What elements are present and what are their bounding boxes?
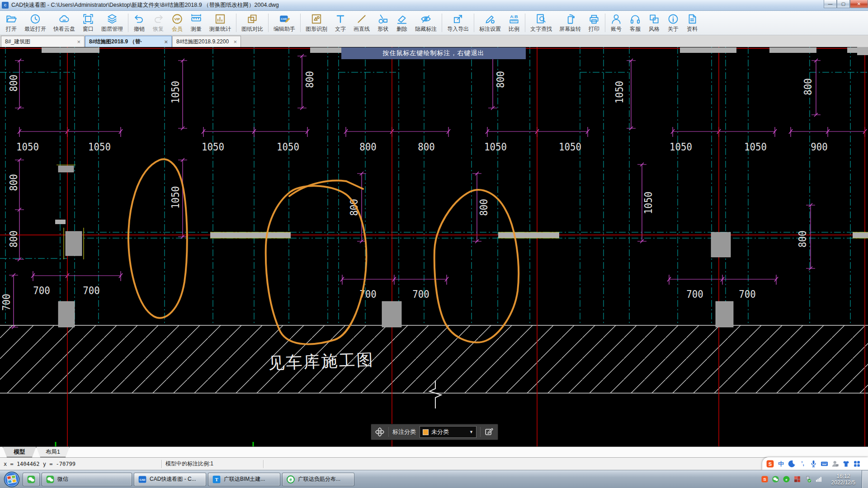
divider bbox=[388, 427, 389, 437]
toolbar-redo[interactable]: 恢复 bbox=[149, 11, 168, 35]
taskbar-button-gld-t[interactable]: T广联达BIM土建... bbox=[208, 473, 280, 486]
text-T-icon bbox=[335, 13, 346, 25]
taskbar-button-gld-e[interactable]: e广联达负筋分布... bbox=[282, 473, 354, 486]
cad-icon: CAD bbox=[138, 475, 147, 484]
toolbar-label: 恢复 bbox=[153, 25, 164, 33]
start-button[interactable] bbox=[4, 471, 20, 488]
toolbar-label: 会员 bbox=[172, 25, 183, 33]
ime-moon-icon[interactable] bbox=[788, 460, 796, 468]
ime-sogou-s-icon[interactable]: S bbox=[766, 460, 774, 468]
toolbar-separator bbox=[474, 14, 474, 32]
toolbar-layers[interactable]: 图层管理 bbox=[98, 11, 127, 35]
toolbar-shape-recognize[interactable]: 图形识别 bbox=[302, 11, 331, 35]
taskbar-button-label: 微信 bbox=[57, 475, 68, 483]
cursor-coordinates: x = 1404462 y = -70799 bbox=[4, 461, 75, 467]
show-desktop-button[interactable] bbox=[862, 470, 868, 488]
drawing-tab-1[interactable]: 8#_建筑图× bbox=[1, 36, 85, 47]
toolbar-headset[interactable]: 客服 bbox=[626, 11, 645, 35]
close-button[interactable]: ✕ bbox=[850, 0, 868, 8]
svg-text:VIP: VIP bbox=[174, 17, 180, 21]
tray-wechat-small-icon[interactable] bbox=[772, 475, 779, 483]
toolbar-erase[interactable]: 删除 bbox=[392, 11, 411, 35]
ime-quote-icon[interactable]: ’, bbox=[798, 460, 807, 468]
toolbar-label: 窗口 bbox=[83, 25, 94, 33]
toolbar-vip[interactable]: VIP会员 bbox=[168, 11, 187, 35]
toolbar-print[interactable]: 打印 bbox=[585, 11, 604, 35]
dim-text: 800 bbox=[478, 199, 490, 216]
cad-canvas[interactable]: 1050105010501050800800105010501050105090… bbox=[0, 47, 868, 446]
dim-text: 800 bbox=[304, 71, 316, 88]
tab-close-icon[interactable]: × bbox=[164, 38, 168, 45]
toolbar-recent-clock[interactable]: 最近打开 bbox=[21, 11, 50, 35]
hide-annotation-icon bbox=[420, 13, 432, 25]
toolbar-import-export[interactable]: 导入导出 bbox=[443, 11, 472, 35]
divider bbox=[161, 460, 162, 468]
tab-close-icon[interactable]: × bbox=[233, 38, 237, 45]
freehand-annotation-strokes[interactable] bbox=[128, 159, 519, 344]
toolbar-draw-line[interactable]: 画直线 bbox=[350, 11, 373, 35]
toolbar-rotate-screen[interactable]: 屏幕旋转 bbox=[556, 11, 585, 35]
taskbar-button-wechat[interactable]: 微信 bbox=[42, 473, 132, 486]
ime-language-bar[interactable]: S中’, bbox=[762, 457, 868, 470]
drawing-tab-3[interactable]: 8#结施图2018.9.22004× bbox=[172, 36, 241, 47]
drawing-tab-2[interactable]: 8#结施图2018.9 （替·× bbox=[85, 36, 172, 47]
annotation-category-select[interactable]: 未分类 ▼ bbox=[420, 426, 476, 438]
cloud-icon bbox=[58, 13, 70, 25]
app-logo-icon: C bbox=[2, 2, 9, 9]
rotate-screen-icon bbox=[564, 13, 576, 25]
toolbar-text-find[interactable]: 文字查找 bbox=[527, 11, 556, 35]
tray-signal-icon[interactable] bbox=[815, 475, 823, 483]
toolbar-open-folder[interactable]: 打开 bbox=[2, 11, 21, 35]
toolbar-text-T[interactable]: 文字 bbox=[331, 11, 350, 35]
tray-usb-eject-icon[interactable] bbox=[804, 475, 812, 483]
toolbar-docs[interactable]: 资料 bbox=[683, 11, 702, 35]
toolbar-measure-ruler[interactable]: 测量 bbox=[187, 11, 206, 35]
toolbar-cloud[interactable]: 快看云盘 bbox=[50, 11, 79, 35]
dim-text: 800 bbox=[495, 71, 506, 88]
svg-text:e: e bbox=[785, 477, 787, 482]
toolbar-measure-stats[interactable]: 测量统计 bbox=[206, 11, 235, 35]
annotation-edit-icon[interactable] bbox=[484, 427, 494, 437]
toolbar-separator bbox=[300, 14, 301, 32]
annotation-tail-line bbox=[289, 181, 363, 196]
ime-keyboard-icon[interactable] bbox=[820, 460, 829, 468]
dim-text: 800 bbox=[8, 230, 19, 248]
model-tab-2[interactable]: 布局1 bbox=[36, 447, 70, 457]
annotation-grid-icon[interactable] bbox=[375, 427, 385, 437]
ime-mic-icon[interactable] bbox=[809, 460, 818, 468]
toolbar-cad-assist[interactable]: CAD编辑助手 bbox=[270, 11, 299, 35]
tab-close-icon[interactable]: × bbox=[77, 38, 80, 45]
toolbar-annotate-settings[interactable]: 标注设置 bbox=[476, 11, 505, 35]
maximize-button[interactable]: ▢ bbox=[837, 0, 850, 8]
clock-date: 2022/12/5 bbox=[831, 479, 855, 486]
toolbar-window-select[interactable]: 窗口 bbox=[79, 11, 98, 35]
system-tray: Se bbox=[761, 475, 823, 483]
toolbar-label: 客服 bbox=[630, 25, 641, 33]
note-text: 见车库施工图 bbox=[268, 350, 374, 372]
toolbar-scale-ratio[interactable]: A:B比例 bbox=[505, 11, 524, 35]
rebar-accent-lines bbox=[57, 165, 868, 259]
toolbar-undo[interactable]: 撤销 bbox=[130, 11, 149, 35]
toolbar-user[interactable]: 账号 bbox=[607, 11, 626, 35]
ime-person-icon[interactable] bbox=[831, 460, 840, 468]
ime-grid-icon[interactable] bbox=[853, 460, 861, 468]
toolbar-separator bbox=[525, 14, 525, 32]
tray-ie-green-icon[interactable]: e bbox=[783, 475, 790, 483]
taskbar-button-cad[interactable]: CADCAD快速看图 - C... bbox=[134, 473, 206, 486]
toolbar-label: 测量统计 bbox=[209, 25, 231, 33]
toolbar-compare[interactable]: 图纸对比 bbox=[238, 11, 267, 35]
ime-zh-cn-icon[interactable]: 中 bbox=[777, 460, 785, 468]
toolbar-about-info[interactable]: 关于 bbox=[664, 11, 683, 35]
taskbar-clock[interactable]: 16:12 2022/12/5 bbox=[831, 473, 855, 486]
toolbar-theme-style[interactable]: 风格 bbox=[645, 11, 664, 35]
ime-skin-icon[interactable] bbox=[842, 460, 850, 468]
toolbar-label: 账号 bbox=[611, 25, 622, 33]
tray-sogou-s-icon[interactable]: S bbox=[761, 475, 769, 483]
toolbar-shapes[interactable]: 形状 bbox=[373, 11, 392, 35]
minimize-button[interactable]: — bbox=[824, 0, 837, 8]
model-tab-1[interactable]: 模型 bbox=[3, 447, 36, 457]
gld-e-icon: e bbox=[286, 475, 295, 484]
taskbar-button-wechat-pinned[interactable] bbox=[23, 473, 40, 486]
toolbar-hide-annotation[interactable]: 隐藏标注 bbox=[411, 11, 440, 35]
tray-defender-red-icon[interactable] bbox=[793, 475, 801, 483]
